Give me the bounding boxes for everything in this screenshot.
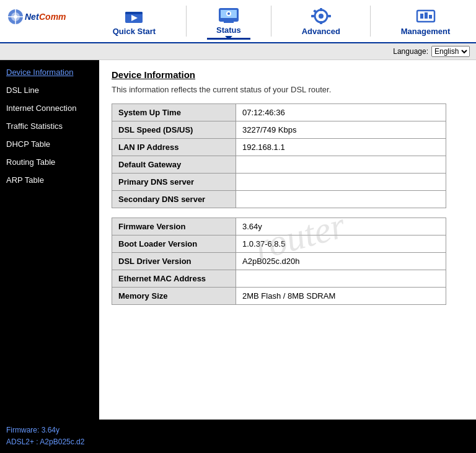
row-label: Boot Loader Version xyxy=(112,235,236,253)
row-value: 07:12:46:36 xyxy=(236,104,446,121)
row-value xyxy=(236,174,446,191)
language-label: Language: xyxy=(393,47,428,56)
table-row: DSL Speed (DS/US)3227/749 Kbps xyxy=(112,121,446,139)
svg-text:Net: Net xyxy=(25,12,40,22)
svg-rect-24 xyxy=(420,14,423,19)
row-label: Primary DNS server xyxy=(112,174,236,191)
nav-divider-1 xyxy=(186,6,187,37)
nav-area: Quick Start Status xyxy=(93,2,470,40)
nav-status[interactable]: Status xyxy=(207,2,250,40)
row-value xyxy=(236,156,446,174)
table-row: Default Gateway xyxy=(112,156,446,174)
svg-rect-18 xyxy=(320,8,322,11)
content-area: Device Information This information refl… xyxy=(99,60,476,420)
page-title: Device Information xyxy=(112,69,464,80)
device-info-table-2: Firmware Version3.64yBoot Loader Version… xyxy=(112,218,446,305)
sidebar-item-internet-connection[interactable]: Internet Connection xyxy=(0,99,99,117)
table-row: Ethernet MAC Address xyxy=(112,270,446,288)
row-label: Secondary DNS server xyxy=(112,191,236,208)
sidebar-item-dhcp-table[interactable]: DHCP Table xyxy=(0,135,99,153)
svg-rect-25 xyxy=(425,12,428,19)
table-row: Secondary DNS server xyxy=(112,191,446,208)
table-row: Primary DNS server xyxy=(112,174,446,191)
advanced-icon xyxy=(310,7,332,25)
row-label: Firmware Version xyxy=(112,218,236,235)
table-row: LAN IP Address192.168.1.1 xyxy=(112,139,446,156)
table-row: System Up Time07:12:46:36 xyxy=(112,104,446,121)
row-value: 192.168.1.1 xyxy=(236,139,446,156)
svg-text:Comm: Comm xyxy=(39,12,66,22)
sidebar-item-arp-table[interactable]: ARP Table xyxy=(0,171,99,189)
sidebar-item-routing-table[interactable]: Routing Table xyxy=(0,153,99,171)
sidebar-item-device-information[interactable]: Device Information xyxy=(0,63,99,81)
row-label: DSL Speed (DS/US) xyxy=(112,121,236,139)
row-value xyxy=(236,270,446,288)
management-icon xyxy=(415,7,437,25)
table-row: Firmware Version3.64y xyxy=(112,218,446,235)
row-label: LAN IP Address xyxy=(112,139,236,156)
row-value: 3.64y xyxy=(236,218,446,235)
quick-start-icon xyxy=(123,7,145,25)
svg-rect-9 xyxy=(125,12,143,14)
svg-rect-19 xyxy=(320,21,322,24)
svg-rect-13 xyxy=(224,22,234,23)
header: Net Comm Quick Start Status xyxy=(0,0,476,43)
language-bar: Language: English xyxy=(0,43,476,60)
nav-management[interactable]: Management xyxy=(392,4,459,39)
status-icon xyxy=(218,6,240,24)
row-label: DSL Driver Version xyxy=(112,253,236,270)
nav-divider-3 xyxy=(370,6,371,37)
sidebar: Device Information DSL Line Internet Con… xyxy=(0,60,99,420)
logo-area: Net Comm xyxy=(6,7,93,35)
footer-firmware: Firmware: 3.64y xyxy=(6,424,470,436)
row-value: 1.0.37-6.8.5 xyxy=(236,235,446,253)
table-row: Memory Size2MB Flash / 8MB SDRAM xyxy=(112,288,446,305)
nav-advanced-label: Advanced xyxy=(302,27,340,36)
svg-rect-21 xyxy=(328,15,331,17)
row-label: System Up Time xyxy=(112,104,236,121)
nav-quick-start[interactable]: Quick Start xyxy=(104,4,165,39)
nav-management-label: Management xyxy=(401,27,450,36)
sidebar-item-dsl-line[interactable]: DSL Line xyxy=(0,81,99,99)
row-value: A2pB025c.d20h xyxy=(236,253,446,270)
row-label: Ethernet MAC Address xyxy=(112,270,236,288)
row-value: 2MB Flash / 8MB SDRAM xyxy=(236,288,446,305)
row-value: 3227/749 Kbps xyxy=(236,121,446,139)
table-row: Boot Loader Version1.0.37-6.8.5 xyxy=(112,235,446,253)
main-layout: Device Information DSL Line Internet Con… xyxy=(0,60,476,420)
svg-rect-20 xyxy=(311,15,314,17)
device-info-table-1: System Up Time07:12:46:36DSL Speed (DS/U… xyxy=(112,103,446,208)
table-row: DSL Driver VersionA2pB025c.d20h xyxy=(112,253,446,270)
nav-divider-2 xyxy=(271,6,271,37)
language-select[interactable]: English xyxy=(431,46,470,57)
nav-quick-start-label: Quick Start xyxy=(113,27,156,36)
netcomm-logo: Net Comm xyxy=(6,7,81,35)
svg-point-17 xyxy=(319,14,324,19)
row-value xyxy=(236,191,446,208)
svg-point-15 xyxy=(227,12,230,15)
svg-rect-26 xyxy=(429,15,432,19)
nav-advanced[interactable]: Advanced xyxy=(293,4,350,39)
nav-status-label: Status xyxy=(216,25,241,35)
content-description: This information reflects the current st… xyxy=(112,85,464,94)
row-label: Default Gateway xyxy=(112,156,236,174)
sidebar-item-traffic-statistics[interactable]: Traffic Statistics xyxy=(0,117,99,135)
row-label: Memory Size xyxy=(112,288,236,305)
footer-adsl: ADSL2+ : A2pB025c.d2 xyxy=(6,436,470,448)
footer: Firmware: 3.64y ADSL2+ : A2pB025c.d2 xyxy=(0,420,476,453)
